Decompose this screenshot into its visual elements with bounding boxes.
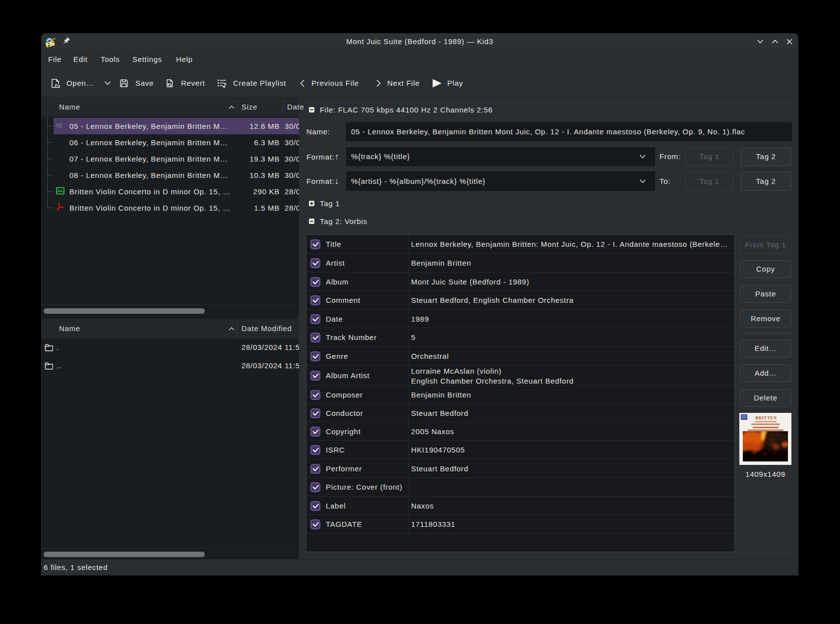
svg-text:BRITTEN: BRITTEN (755, 415, 777, 420)
